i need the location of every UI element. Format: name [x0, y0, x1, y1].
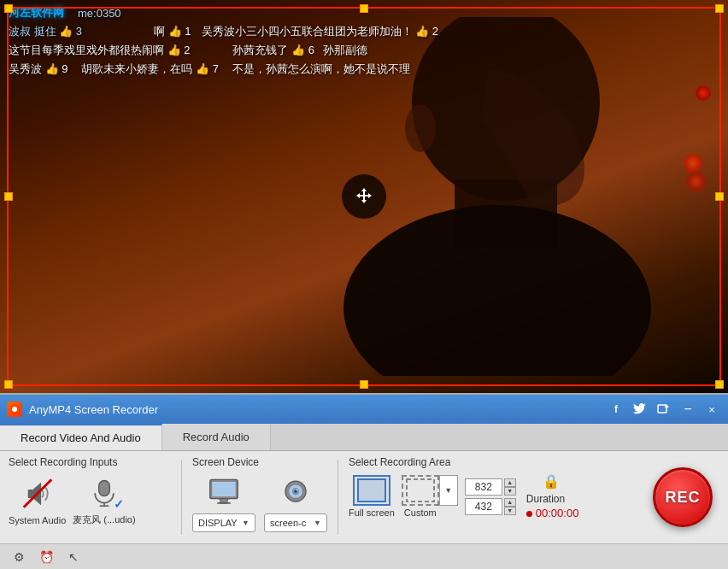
- background-lights: [660, 85, 711, 256]
- full-screen-area-icon: [357, 478, 386, 502]
- rec-label: REC: [665, 489, 700, 507]
- full-screen-icon: [353, 475, 390, 506]
- height-up[interactable]: ▲: [504, 498, 516, 507]
- height-input-wrap: ▲ ▼: [465, 498, 516, 515]
- microphone-icon: [89, 477, 120, 507]
- settings-button[interactable]: ⚙: [9, 547, 29, 567]
- recording-inputs-section: Select Recording Inputs System Audio: [9, 456, 171, 526]
- recording-area-section: Select Recording Area Full screen: [349, 456, 578, 519]
- lock-icon[interactable]: 🔒: [543, 473, 560, 490]
- inputs-content: System Audio 麦克风 (...udio): [9, 473, 171, 526]
- comment-3: 吴秀波小三小四小五联合组团为老师加油！ 👍 2: [202, 24, 438, 39]
- watermark: 河左软件网: [9, 5, 64, 21]
- custom-area-group: Custom ▼: [402, 475, 458, 518]
- width-down[interactable]: ▼: [504, 487, 516, 496]
- custom-area-svg: [406, 478, 435, 502]
- controls-area: Select Recording Inputs System Audio: [0, 451, 728, 543]
- share-icon[interactable]: [655, 400, 673, 419]
- social-icon[interactable]: [631, 400, 649, 419]
- close-button[interactable]: ×: [702, 400, 721, 419]
- timer-button[interactable]: ⏰: [36, 547, 56, 567]
- width-up[interactable]: ▲: [504, 478, 516, 487]
- svg-point-2: [343, 205, 651, 376]
- duration-section: Duration 00:00:00: [526, 493, 579, 519]
- custom-label: Custom: [404, 507, 437, 518]
- video-area: 河左软件网 me:0350 波叔 挺住 👍 3 啊 👍 1 吴秀波小三小四小五联…: [0, 0, 728, 393]
- comment-7: 吴秀波 👍 9: [9, 62, 68, 77]
- microphone-label: 麦克风 (...udio): [73, 513, 135, 526]
- height-spinner: ▲ ▼: [504, 498, 516, 515]
- size-inputs: ▲ ▼ ▲ ▼: [465, 478, 516, 515]
- display-icon-wrap: [201, 473, 247, 511]
- tab-record-audio[interactable]: Record Audio: [162, 424, 271, 450]
- custom-area-icon: [402, 475, 439, 506]
- app-logo: [7, 402, 22, 417]
- minimize-button[interactable]: −: [678, 400, 697, 419]
- display-dropdown[interactable]: DISPLAY ▼: [192, 513, 255, 532]
- divider-2: [338, 460, 338, 535]
- tab-record-video-audio[interactable]: Record Video And Audio: [0, 424, 162, 450]
- comment-2: 啊 👍 1: [154, 24, 191, 39]
- comments-overlay: 河左软件网 me:0350 波叔 挺住 👍 3 啊 👍 1 吴秀波小三小四小五联…: [0, 0, 728, 111]
- height-input[interactable]: [465, 498, 502, 515]
- title-bar-controls: f − ×: [607, 400, 721, 419]
- system-audio-button[interactable]: System Audio: [9, 475, 66, 525]
- divider-1: [181, 460, 182, 535]
- svg-rect-11: [212, 482, 235, 496]
- svg-point-3: [405, 104, 436, 152]
- comment-9: 不是，孙茜怎么演啊，她不是说不理: [232, 62, 410, 77]
- full-screen-button[interactable]: Full screen: [349, 475, 395, 518]
- svg-point-17: [296, 490, 298, 491]
- area-buttons: Full screen Custom ▼: [349, 473, 578, 519]
- screen-device-label: Screen Device: [192, 456, 327, 468]
- screen-dropdown[interactable]: screen-c ▼: [264, 513, 327, 532]
- display-device-button[interactable]: DISPLAY ▼: [192, 473, 255, 532]
- tab-bar: Record Video And Audio Record Audio: [0, 424, 728, 451]
- comment-8: 胡歌未来小娇妻，在吗 👍 7: [81, 62, 218, 77]
- svg-point-5: [12, 407, 17, 412]
- duration-value: 00:00:00: [526, 507, 579, 519]
- width-input[interactable]: [465, 478, 502, 496]
- comment-6: 孙那副德: [323, 43, 367, 58]
- speaker-icon: [22, 478, 53, 509]
- monitor-icon: [208, 477, 239, 507]
- svg-rect-7: [99, 481, 110, 496]
- comment-user-1: 波叔 挺住 👍 3: [9, 24, 82, 39]
- custom-area-button[interactable]: Custom: [402, 475, 439, 518]
- width-spinner: ▲ ▼: [504, 478, 516, 496]
- full-screen-label: Full screen: [349, 507, 395, 518]
- bottom-toolbar: ⚙ ⏰ ↖: [0, 543, 728, 569]
- width-input-wrap: ▲ ▼: [465, 478, 516, 496]
- comment-5: 孙茜充钱了 👍 6: [232, 43, 314, 58]
- screen-device-section: Screen Device DISP: [192, 456, 327, 532]
- lock-duration-group: 🔒 Duration 00:00:00: [523, 473, 579, 519]
- cursor-button[interactable]: ↖: [63, 547, 84, 567]
- microphone-button[interactable]: 麦克风 (...udio): [73, 473, 135, 526]
- custom-area-dropdown[interactable]: ▼: [439, 475, 458, 506]
- facebook-icon[interactable]: f: [607, 400, 625, 419]
- recording-area-label: Select Recording Area: [349, 456, 578, 468]
- system-audio-icon-wrap: [15, 475, 61, 513]
- move-icon[interactable]: [342, 174, 386, 219]
- comment-4: 这节目每季戏里戏外都很热闹啊 👍 2: [9, 43, 190, 58]
- app-title: AnyMP4 Screen Recorder: [29, 403, 600, 416]
- duration-label: Duration: [526, 493, 565, 505]
- svg-rect-19: [407, 479, 434, 502]
- recorder-panel: AnyMP4 Screen Recorder f − × Reco: [0, 393, 728, 569]
- rec-button[interactable]: REC: [653, 467, 713, 527]
- screen-capture-button[interactable]: screen-c ▼: [264, 473, 327, 532]
- height-down[interactable]: ▼: [504, 507, 516, 515]
- inputs-label: Select Recording Inputs: [9, 456, 171, 468]
- microphone-icon-wrap: [81, 473, 127, 511]
- comment-1: me:0350: [78, 7, 121, 20]
- svg-rect-18: [358, 479, 385, 502]
- title-bar: AnyMP4 Screen Recorder f − ×: [0, 395, 728, 424]
- screen-device-content: DISPLAY ▼: [192, 473, 327, 532]
- system-audio-label: System Audio: [9, 515, 66, 525]
- screen-capture-icon-wrap: [273, 473, 319, 511]
- camera-icon: [280, 477, 311, 507]
